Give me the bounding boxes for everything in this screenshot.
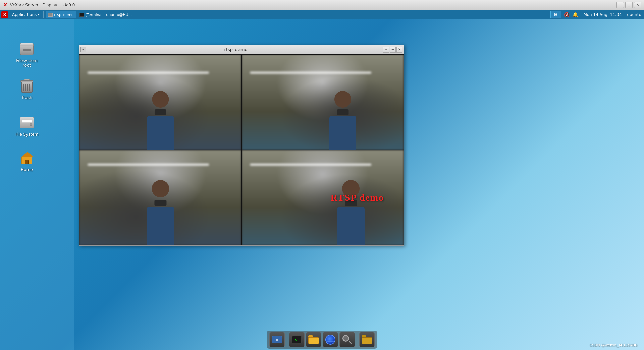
bottom-right-credit: CSDN @weixin_46119406 bbox=[589, 343, 637, 347]
rtsp-demo-taskbar-btn[interactable]: rtsp_demo bbox=[46, 11, 76, 18]
folder-body bbox=[308, 337, 319, 344]
trash-label: Trash bbox=[21, 95, 32, 100]
speaker-icon[interactable]: 🔇 bbox=[564, 12, 570, 17]
search-icon bbox=[342, 335, 352, 344]
search-handle bbox=[348, 341, 352, 344]
video-cell-top-right bbox=[241, 54, 404, 150]
globe-icon bbox=[325, 335, 335, 345]
person-tr bbox=[299, 88, 387, 150]
desktop-icon-trash[interactable]: Trash bbox=[10, 76, 44, 101]
dock-separator-2 bbox=[357, 334, 357, 346]
monitor-icon[interactable]: 🖥 bbox=[550, 11, 561, 18]
files-folder-icon bbox=[362, 335, 372, 344]
dock-item-app-finder[interactable] bbox=[339, 332, 355, 347]
app-window-titlebar: ≡ rtsp_demo △ − ✕ bbox=[79, 45, 404, 54]
datetime: Mon 14 Aug, 14:34 bbox=[583, 12, 622, 17]
desktop: Filesystemroot Trash bbox=[0, 19, 644, 350]
video-cell-top-left bbox=[79, 54, 241, 150]
video-cell-bottom-right: RTSP demo bbox=[241, 150, 404, 245]
app-window-controls: △ − ✕ bbox=[383, 47, 402, 53]
username: ubuntu bbox=[627, 12, 641, 17]
separator bbox=[43, 11, 44, 18]
applications-menu[interactable]: Applications ▾ bbox=[9, 10, 42, 19]
dock-item-terminal[interactable]: $_ bbox=[289, 332, 305, 347]
filesystem-root-label: Filesystemroot bbox=[16, 58, 37, 68]
search-circle bbox=[342, 335, 349, 342]
home-icon-img bbox=[19, 150, 35, 166]
terminal-taskbar-btn[interactable]: [Terminal - ubuntu@HU... bbox=[77, 11, 134, 18]
globe-line-2 bbox=[326, 341, 335, 342]
app-window-menu-btn[interactable]: ≡ bbox=[80, 47, 86, 52]
person-br bbox=[307, 179, 395, 245]
top-taskbar: X Applications ▾ rtsp_demo [Terminal - u… bbox=[0, 10, 644, 19]
files-folder-body bbox=[362, 337, 372, 344]
file-system-icon-img bbox=[19, 115, 35, 131]
app-window: ≡ rtsp_demo △ − ✕ bbox=[79, 45, 404, 246]
globe-equator bbox=[326, 340, 335, 340]
dock-item-files[interactable] bbox=[359, 332, 375, 347]
terminal-window-icon bbox=[79, 13, 84, 17]
restore-btn[interactable]: □ bbox=[625, 2, 633, 8]
rtsp-window-icon bbox=[48, 13, 53, 17]
trash-icon-img bbox=[19, 78, 35, 94]
x-icon[interactable]: X bbox=[1, 11, 8, 18]
light-strip-br bbox=[250, 164, 371, 166]
globe-line-1 bbox=[326, 338, 335, 338]
app-window-close-btn[interactable]: ✕ bbox=[396, 47, 402, 53]
light-strip-bl bbox=[88, 164, 209, 166]
person-tl bbox=[116, 88, 205, 150]
home-label: Home bbox=[21, 167, 33, 172]
window-title: VcXsrv Server - Display HUA:0.0 bbox=[10, 3, 616, 7]
app-window-maximize-btn[interactable]: △ bbox=[383, 47, 389, 53]
home-folder-icon bbox=[308, 335, 319, 344]
taskbar-right: 🖥 🔇 🔔 Mon 14 Aug, 14:34 ubuntu bbox=[550, 11, 644, 18]
rtsp-demo-overlay-text: RTSP demo bbox=[331, 192, 384, 203]
terminal-icon: $_ bbox=[292, 336, 302, 343]
vcxsrv-icon: X bbox=[3, 2, 8, 8]
minimize-btn[interactable]: − bbox=[616, 2, 624, 8]
taskbar-left: X Applications ▾ rtsp_demo [Terminal - u… bbox=[0, 10, 550, 19]
title-bar: X VcXsrv Server - Display HUA:0.0 − □ ✕ bbox=[0, 0, 644, 10]
video-grid: RTSP demo bbox=[79, 54, 404, 245]
dock-item-window-switcher[interactable]: ▦ bbox=[269, 332, 285, 347]
desktop-icon-filesystem-root[interactable]: Filesystemroot bbox=[10, 40, 44, 69]
window-switcher-icon: ▦ bbox=[272, 336, 282, 343]
filesystem-root-icon-img bbox=[19, 41, 35, 57]
app-window-title: rtsp_demo bbox=[89, 47, 383, 52]
bottom-dock: ▦ $_ bbox=[267, 331, 377, 349]
bottom-taskbar: ▦ $_ bbox=[0, 331, 644, 350]
desktop-icon-file-system[interactable]: File System bbox=[10, 113, 44, 138]
desktop-icon-home[interactable]: Home bbox=[10, 149, 44, 173]
close-btn[interactable]: ✕ bbox=[634, 2, 641, 8]
video-area: RTSP demo bbox=[79, 54, 404, 245]
light-strip-tr bbox=[250, 72, 371, 74]
person-bl bbox=[116, 179, 205, 245]
light-strip-tl bbox=[88, 72, 209, 74]
dock-separator-1 bbox=[287, 334, 287, 346]
dock-item-web-browser[interactable] bbox=[323, 332, 338, 347]
app-window-minimize-btn[interactable]: − bbox=[390, 47, 396, 53]
dock-item-home-folder[interactable] bbox=[306, 332, 321, 347]
notification-bell-icon[interactable]: 🔔 bbox=[572, 12, 578, 17]
file-system-label: File System bbox=[15, 132, 39, 137]
title-bar-controls: − □ ✕ bbox=[616, 2, 641, 8]
video-cell-bottom-left bbox=[79, 150, 241, 245]
